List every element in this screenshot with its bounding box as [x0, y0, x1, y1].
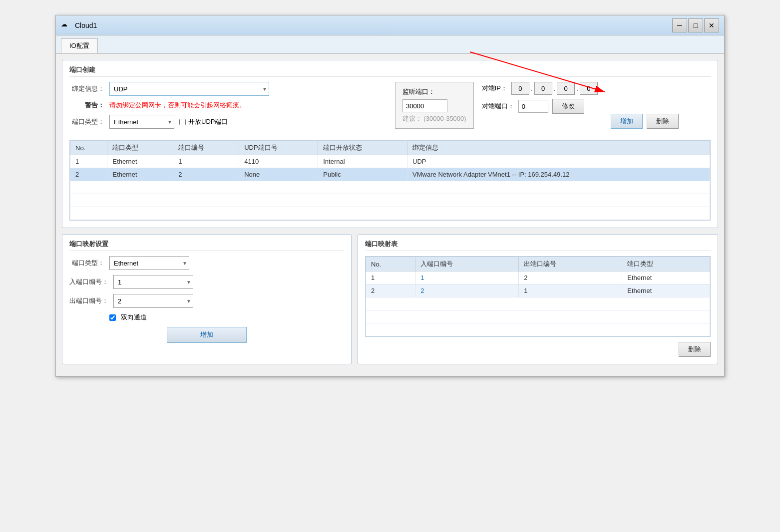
mapping-port-type-row: 端口类型： Ethernet Serial ▼	[69, 256, 344, 270]
cell-no: 1	[70, 155, 107, 168]
bind-dropdown[interactable]: UDP TCP	[109, 82, 269, 96]
warning-label: 警告：	[69, 101, 104, 110]
warning-row: 警告： 请勿绑定公网网卡，否则可能会引起网络瘫痪。	[69, 101, 385, 110]
ip-octet-1[interactable]	[511, 82, 529, 95]
table-row[interactable]: 1 Ethernet 1 4110 Internal UDP	[70, 155, 710, 168]
mapping-port-type-label: 端口类型：	[69, 259, 104, 267]
suggestion-text: (30000-35000)	[423, 115, 466, 122]
delete-port-button[interactable]: 删除	[647, 114, 679, 129]
out-port-label: 出端口编号：	[69, 296, 108, 305]
cell-no: 2	[70, 168, 107, 181]
table-row[interactable]: 2 2 1 Ethernet	[366, 284, 710, 297]
add-port-button[interactable]: 增加	[611, 114, 643, 129]
cell-bind: UDP	[407, 155, 710, 168]
col-num: 端口编号	[173, 141, 239, 155]
out-port-dropdown[interactable]: 1 2	[113, 294, 193, 308]
mcell-type: Ethernet	[622, 284, 710, 297]
col-no: No.	[70, 141, 107, 155]
add-delete-buttons: 增加 删除	[611, 114, 679, 129]
remote-ip-fields: . . .	[511, 82, 598, 95]
port-mapping-settings-group: 端口映射设置 端口类型： Ethernet Serial ▼ 入端口编号：	[62, 234, 352, 364]
table-row-empty	[366, 310, 710, 323]
main-window: ☁ Cloud1 ─ □ ✕ IO配置 端口创建 绑定信息：	[55, 15, 725, 377]
window-title: Cloud1	[75, 21, 672, 29]
ports-table-container: No. 端口类型 端口编号 UDP端口号 端口开放状态 绑定信息 1 Ether…	[69, 140, 711, 221]
table-row-empty	[70, 207, 710, 220]
ports-table: No. 端口类型 端口编号 UDP端口号 端口开放状态 绑定信息 1 Ether…	[70, 140, 710, 220]
in-port-row: 入端口编号： 1 2 ▼	[69, 275, 344, 289]
listen-port-input[interactable]	[402, 99, 447, 112]
bottom-section: 端口映射设置 端口类型： Ethernet Serial ▼ 入端口编号：	[62, 234, 718, 370]
udp-checkbox-label[interactable]: 开放UDP端口	[188, 117, 228, 126]
minimize-button[interactable]: ─	[672, 18, 687, 32]
bind-info-row: 绑定信息： UDP TCP ▼	[69, 82, 385, 96]
mcol-no: No.	[366, 257, 415, 271]
cell-status: Internal	[318, 155, 407, 168]
mcol-out: 出端口编号	[519, 257, 622, 271]
suggestion-label: 建议：	[402, 115, 422, 122]
mapping-delete-btn-container: 删除	[365, 342, 711, 357]
bind-dropdown-container: UDP TCP ▼	[109, 82, 269, 96]
main-content: 端口创建 绑定信息： UDP TCP ▼	[56, 54, 724, 376]
port-type-dropdown[interactable]: Ethernet Serial	[109, 115, 174, 129]
warning-text: 请勿绑定公网网卡，否则可能会引起网络瘫痪。	[109, 101, 246, 110]
bidirectional-checkbox[interactable]	[109, 314, 116, 321]
mcell-in: 1	[415, 271, 519, 284]
table-row[interactable]: 1 1 2 Ethernet	[366, 271, 710, 284]
app-icon: ☁	[61, 20, 71, 30]
port-type-label: 端口类型：	[69, 117, 104, 126]
remote-section: 对端IP： . . . 对端	[482, 82, 598, 114]
mcell-no: 1	[366, 271, 415, 284]
cell-bind: VMware Network Adapter VMnet1 -- IP: 169…	[407, 168, 710, 181]
mcol-in: 入端口编号	[415, 257, 519, 271]
remote-port-label: 对端端口：	[482, 102, 514, 111]
table-row-empty	[366, 297, 710, 310]
table-row[interactable]: 2 Ethernet 2 None Public VMware Network …	[70, 168, 710, 181]
mapping-add-btn-container: 增加	[69, 327, 344, 343]
ports-table-header: No. 端口类型 端口编号 UDP端口号 端口开放状态 绑定信息	[70, 141, 710, 155]
col-bind: 绑定信息	[407, 141, 710, 155]
bidirectional-label[interactable]: 双向通道	[121, 313, 147, 322]
in-port-dropdown[interactable]: 1 2	[113, 275, 193, 289]
mapping-table-container: No. 入端口编号 出端口编号 端口类型 1 1 2 Ether	[365, 256, 711, 337]
maximize-button[interactable]: □	[688, 18, 703, 32]
cell-num: 1	[173, 155, 239, 168]
col-type: 端口类型	[107, 141, 173, 155]
port-mapping-settings-title: 端口映射设置	[69, 240, 344, 251]
port-type-container: Ethernet Serial ▼	[109, 115, 174, 129]
delete-mapping-button[interactable]: 删除	[679, 342, 711, 357]
listen-port-section: 监听端口： 建议： (30000-35000)	[395, 82, 474, 129]
ip-octet-4[interactable]	[580, 82, 598, 95]
remote-port-input[interactable]	[518, 100, 548, 113]
col-udp: UDP端口号	[239, 141, 318, 155]
cell-udp: 4110	[239, 155, 318, 168]
udp-checkbox-row: 开放UDP端口	[179, 117, 228, 126]
port-mapping-table-group: 端口映射表 No. 入端口编号 出端口编号 端口类型	[358, 234, 718, 364]
udp-checkbox[interactable]	[179, 119, 186, 125]
in-port-container: 1 2 ▼	[113, 275, 193, 289]
out-port-container: 1 2 ▼	[113, 294, 193, 308]
cell-type: Ethernet	[107, 155, 173, 168]
ip-octet-3[interactable]	[557, 82, 575, 95]
bind-info-label: 绑定信息：	[69, 84, 104, 93]
close-button[interactable]: ✕	[704, 18, 719, 32]
table-row-empty	[70, 181, 710, 194]
cell-num: 2	[173, 168, 239, 181]
table-row-empty	[366, 323, 710, 336]
window-controls: ─ □ ✕	[672, 18, 719, 32]
cell-type: Ethernet	[107, 168, 173, 181]
modify-button[interactable]: 修改	[552, 99, 584, 114]
mapping-table: No. 入端口编号 出端口编号 端口类型 1 1 2 Ether	[366, 257, 710, 336]
remote-ip-label: 对端IP：	[482, 84, 507, 93]
port-mapping-table-title: 端口映射表	[365, 240, 711, 251]
mcell-in: 2	[415, 284, 519, 297]
mapping-port-type-dropdown[interactable]: Ethernet Serial	[109, 256, 189, 270]
tab-io-config[interactable]: IO配置	[61, 38, 98, 53]
mapping-table-header: No. 入端口编号 出端口编号 端口类型	[366, 257, 710, 271]
port-type-row: 端口类型： Ethernet Serial ▼ 开放UDP端口	[69, 115, 385, 129]
in-port-label: 入端口编号：	[69, 277, 108, 286]
add-mapping-button[interactable]: 增加	[167, 327, 247, 343]
table-row-empty	[70, 194, 710, 207]
mcell-no: 2	[366, 284, 415, 297]
ip-octet-2[interactable]	[534, 82, 552, 95]
